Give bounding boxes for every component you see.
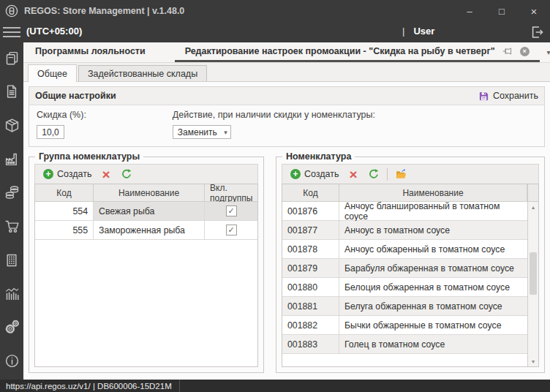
maximize-button[interactable]: □ bbox=[486, 0, 518, 22]
column-header[interactable]: Код bbox=[282, 184, 339, 202]
column-header[interactable]: Код bbox=[35, 184, 94, 202]
tab-warehouses[interactable]: Задействованные склады bbox=[78, 65, 207, 81]
pin-icon[interactable] bbox=[502, 46, 513, 56]
subgroups-checkbox[interactable]: ✓ bbox=[226, 206, 237, 216]
grids-row: Группа номенклатуры + Создать × bbox=[29, 157, 545, 373]
shopping-cart-icon[interactable] bbox=[4, 219, 20, 235]
tab-loyalty-programs[interactable]: Программы лояльности bbox=[23, 42, 175, 62]
statusbar: https://api.regos.uz/v1/ | DB600006-15D2… bbox=[0, 380, 550, 392]
cell-name[interactable]: Замороженная рыба bbox=[94, 221, 205, 240]
plus-icon: + bbox=[290, 169, 301, 179]
table-row[interactable]: 555 Замороженная рыба ✓ bbox=[35, 221, 257, 240]
cell-name[interactable]: Анчоус обжаренный в томатном соусе bbox=[339, 240, 527, 259]
cell-code[interactable]: 001883 bbox=[282, 335, 339, 354]
delete-group-button[interactable]: × bbox=[97, 165, 116, 184]
tab-label: Программы лояльности bbox=[35, 46, 146, 56]
vertical-scrollbar[interactable]: ▴ ▾ bbox=[527, 184, 538, 366]
select-chevron-icon: ▾ bbox=[224, 129, 227, 136]
delete-nomenclature-button[interactable]: × bbox=[344, 165, 363, 184]
table-row[interactable]: 001881 Белуга обжаренная в томатном соус… bbox=[282, 297, 527, 316]
table-row[interactable]: 001876 Анчоус бланшированный в томатном … bbox=[282, 202, 527, 221]
cell-name[interactable]: Белоция обжаренная в томатном соусе bbox=[339, 278, 527, 297]
save-button[interactable]: Сохранить bbox=[478, 91, 538, 102]
action-select[interactable]: Заменить ▾ bbox=[173, 125, 231, 139]
logout-icon[interactable] bbox=[530, 25, 544, 39]
cell-code[interactable]: 001881 bbox=[282, 297, 339, 316]
cell-name[interactable]: Барабуля обжаренная в томатном соусе bbox=[339, 259, 527, 278]
tab-close-icon[interactable]: × bbox=[520, 47, 530, 56]
window-title: REGOS: Store Management | v.1.48.0 bbox=[24, 6, 184, 16]
table-row[interactable]: 554 Свежая рыба ✓ bbox=[35, 202, 257, 221]
cell-code[interactable]: 554 bbox=[35, 202, 94, 221]
package-icon[interactable] bbox=[4, 117, 20, 133]
tab-label: Редактирование настроек промоакции - "Ск… bbox=[185, 46, 495, 56]
action-field: Действие, при наличии скидки у номенклат… bbox=[173, 108, 375, 143]
minimize-button[interactable]: – bbox=[453, 0, 486, 22]
document-icon[interactable] bbox=[4, 83, 20, 99]
tab-promo-edit[interactable]: Редактирование настроек промоакции - "Ск… bbox=[175, 42, 540, 62]
tab-general[interactable]: Общее bbox=[28, 64, 77, 82]
user-separator: | bbox=[402, 26, 404, 37]
coins-icon[interactable] bbox=[4, 184, 20, 200]
cell-name[interactable]: Анчоус в томатном соусе bbox=[339, 221, 527, 240]
cell-name[interactable]: Анчоус бланшированный в томатном соусе bbox=[339, 202, 527, 221]
titlebar: REGOS: Store Management | v.1.48.0 – □ × bbox=[0, 0, 550, 22]
cell-code[interactable]: 001880 bbox=[282, 278, 339, 297]
toolbar-separator bbox=[387, 168, 388, 181]
subgroups-checkbox[interactable]: ✓ bbox=[226, 225, 237, 235]
fieldset-legend: Группа номенклатуры bbox=[35, 151, 143, 162]
user-menu[interactable]: | User bbox=[402, 26, 434, 37]
delete-icon: × bbox=[102, 167, 110, 181]
refresh-nomenclature-button[interactable] bbox=[363, 165, 385, 184]
chevron-down-icon[interactable]: ▾ bbox=[540, 42, 550, 62]
building-icon[interactable] bbox=[4, 252, 20, 268]
table-row[interactable]: 001879 Барабуля обжаренная в томатном со… bbox=[282, 259, 527, 278]
pick-from-catalog-button[interactable] bbox=[390, 165, 412, 184]
action-selected-value: Заменить bbox=[178, 127, 217, 137]
scrollbar-thumb[interactable] bbox=[530, 252, 537, 295]
cell-code[interactable]: 555 bbox=[35, 221, 94, 240]
create-group-button[interactable]: + Создать bbox=[38, 165, 97, 184]
create-nomenclature-button[interactable]: + Создать bbox=[285, 165, 344, 184]
factory-icon[interactable] bbox=[4, 151, 20, 167]
group-table: Код Наименование Вкл. подгруппы 554 Свеж… bbox=[34, 184, 258, 367]
refresh-groups-button[interactable] bbox=[116, 165, 138, 184]
scrollbar-track[interactable] bbox=[528, 212, 538, 356]
cell-code[interactable]: 001876 bbox=[282, 202, 339, 221]
stacked-cards-icon[interactable] bbox=[4, 50, 20, 66]
scrollbar-header-stub bbox=[528, 184, 538, 202]
cell-code[interactable]: 001879 bbox=[282, 259, 339, 278]
bar-chart-icon[interactable] bbox=[4, 286, 20, 302]
table-row[interactable]: 001880 Белоция обжаренная в томатном соу… bbox=[282, 278, 527, 297]
table-row[interactable]: 001878 Анчоус обжаренный в томатном соус… bbox=[282, 240, 527, 259]
scroll-up-icon[interactable]: ▴ bbox=[528, 202, 538, 212]
cell-subgroups: ✓ bbox=[205, 221, 257, 240]
delete-icon: × bbox=[350, 167, 358, 181]
table-row[interactable]: 001882 Бычки обжаренные в томатном соусе bbox=[282, 316, 527, 335]
group-header: Общие настройки Сохранить bbox=[29, 87, 544, 105]
cell-code[interactable]: 001878 bbox=[282, 240, 339, 259]
cell-code[interactable]: 001882 bbox=[282, 316, 339, 335]
app-logo-icon bbox=[5, 4, 18, 18]
hamburger-menu-icon[interactable] bbox=[3, 27, 20, 37]
cell-code[interactable]: 001877 bbox=[282, 221, 339, 240]
column-header[interactable]: Наименование bbox=[94, 184, 205, 202]
info-icon[interactable] bbox=[4, 353, 20, 369]
cell-name[interactable]: Белуга обжаренная в томатном соусе bbox=[339, 297, 527, 316]
discount-input[interactable] bbox=[37, 125, 64, 139]
table-row[interactable]: 001877 Анчоус в томатном соусе bbox=[282, 221, 527, 240]
api-endpoint-label: https://api.regos.uz/v1/ | DB600006-15D2… bbox=[0, 380, 180, 392]
cell-name[interactable]: Бычки обжаренные в томатном соусе bbox=[339, 316, 527, 335]
gears-icon[interactable] bbox=[4, 320, 20, 336]
app-window: REGOS: Store Management | v.1.48.0 – □ ×… bbox=[0, 0, 550, 392]
table-row[interactable]: 001883 Голец в томатном соусе bbox=[282, 335, 527, 354]
open-folder-icon bbox=[395, 168, 407, 181]
column-header[interactable]: Вкл. подгруппы bbox=[205, 184, 258, 202]
cell-name[interactable]: Голец в томатном соусе bbox=[339, 335, 527, 354]
close-button[interactable]: × bbox=[518, 0, 550, 22]
column-header[interactable]: Наименование bbox=[339, 184, 527, 202]
discount-label: Скидка (%): bbox=[37, 110, 86, 120]
scroll-down-icon[interactable]: ▾ bbox=[528, 356, 538, 366]
timezone-label: (UTC+05:00) bbox=[26, 26, 82, 37]
cell-name[interactable]: Свежая рыба bbox=[94, 202, 205, 221]
